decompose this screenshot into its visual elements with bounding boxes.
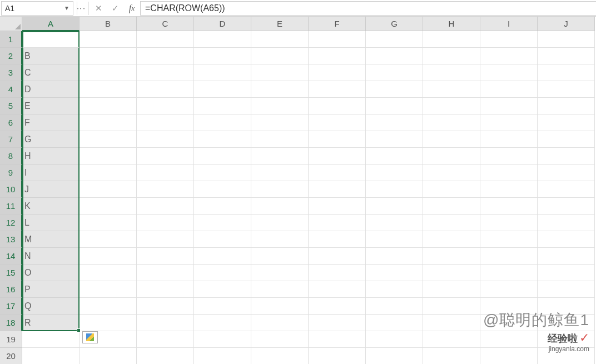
cell-i10[interactable] [480, 181, 538, 198]
row-header-14[interactable]: 14 [0, 248, 22, 265]
cell-h2[interactable] [423, 48, 480, 64]
cell-e16[interactable] [251, 281, 309, 298]
cell-b3[interactable] [80, 64, 137, 81]
cell-f11[interactable] [309, 198, 366, 215]
cell-f19[interactable] [309, 331, 366, 348]
cell-f10[interactable] [309, 181, 366, 198]
cell-c20[interactable] [137, 348, 194, 364]
cell-j2[interactable] [538, 48, 595, 64]
cell-c14[interactable] [137, 248, 194, 265]
cell-f8[interactable] [309, 148, 366, 164]
cell-b1[interactable] [80, 31, 137, 48]
cell-e12[interactable] [251, 215, 309, 231]
cell-f17[interactable] [309, 298, 366, 315]
cell-g19[interactable] [366, 331, 423, 348]
cell-a4[interactable]: D [22, 81, 80, 98]
cell-c16[interactable] [137, 281, 194, 298]
cell-c18[interactable] [137, 315, 194, 331]
cell-i5[interactable] [480, 98, 538, 114]
cell-e7[interactable] [251, 131, 309, 148]
name-box[interactable]: A1 ▼ [1, 1, 73, 16]
cell-b20[interactable] [80, 348, 137, 364]
row-header-13[interactable]: 13 [0, 231, 22, 248]
cell-j4[interactable] [538, 81, 595, 98]
cell-f12[interactable] [309, 215, 366, 231]
cell-g2[interactable] [366, 48, 423, 64]
cell-d2[interactable] [194, 48, 251, 64]
cell-b9[interactable] [80, 164, 137, 181]
cell-i16[interactable] [480, 281, 538, 298]
cell-b4[interactable] [80, 81, 137, 98]
cell-d7[interactable] [194, 131, 251, 148]
cell-c12[interactable] [137, 215, 194, 231]
cell-e8[interactable] [251, 148, 309, 164]
cell-i17[interactable] [480, 298, 538, 315]
cell-d17[interactable] [194, 298, 251, 315]
cell-g3[interactable] [366, 64, 423, 81]
cell-f2[interactable] [309, 48, 366, 64]
cell-e1[interactable] [251, 31, 309, 48]
cell-b11[interactable] [80, 198, 137, 215]
autofill-options-button[interactable] [82, 331, 98, 343]
cell-e9[interactable] [251, 164, 309, 181]
cell-g14[interactable] [366, 248, 423, 265]
cell-e6[interactable] [251, 114, 309, 131]
cell-a18[interactable]: R [22, 315, 80, 331]
cell-a3[interactable]: C [22, 64, 80, 81]
cell-g4[interactable] [366, 81, 423, 98]
cell-a5[interactable]: E [22, 98, 80, 114]
cell-j13[interactable] [538, 231, 595, 248]
cell-h11[interactable] [423, 198, 480, 215]
cell-g12[interactable] [366, 215, 423, 231]
cell-h18[interactable] [423, 315, 480, 331]
cell-g16[interactable] [366, 281, 423, 298]
cell-b8[interactable] [80, 148, 137, 164]
cell-f9[interactable] [309, 164, 366, 181]
cell-b13[interactable] [80, 231, 137, 248]
cell-d16[interactable] [194, 281, 251, 298]
cell-c4[interactable] [137, 81, 194, 98]
cell-c6[interactable] [137, 114, 194, 131]
cell-b12[interactable] [80, 215, 137, 231]
column-header-i[interactable]: I [480, 17, 538, 31]
cell-i7[interactable] [480, 131, 538, 148]
row-header-15[interactable]: 15 [0, 265, 22, 281]
cell-e20[interactable] [251, 348, 309, 364]
row-header-3[interactable]: 3 [0, 64, 22, 81]
cell-g15[interactable] [366, 265, 423, 281]
cell-f5[interactable] [309, 98, 366, 114]
cell-f6[interactable] [309, 114, 366, 131]
cell-e18[interactable] [251, 315, 309, 331]
cell-j19[interactable] [538, 331, 595, 348]
cell-c3[interactable] [137, 64, 194, 81]
cell-f16[interactable] [309, 281, 366, 298]
cell-b14[interactable] [80, 248, 137, 265]
cell-f20[interactable] [309, 348, 366, 364]
cell-d6[interactable] [194, 114, 251, 131]
cell-g20[interactable] [366, 348, 423, 364]
cell-d4[interactable] [194, 81, 251, 98]
column-header-g[interactable]: G [366, 17, 423, 31]
cell-c11[interactable] [137, 198, 194, 215]
row-header-5[interactable]: 5 [0, 98, 22, 114]
cell-g17[interactable] [366, 298, 423, 315]
cell-c15[interactable] [137, 265, 194, 281]
cell-h14[interactable] [423, 248, 480, 265]
formula-input[interactable]: =CHAR(ROW(A65)) [140, 1, 596, 16]
column-header-h[interactable]: H [423, 17, 480, 31]
cell-g13[interactable] [366, 231, 423, 248]
cell-b10[interactable] [80, 181, 137, 198]
cell-d11[interactable] [194, 198, 251, 215]
cell-a6[interactable]: F [22, 114, 80, 131]
cell-i14[interactable] [480, 248, 538, 265]
cell-i3[interactable] [480, 64, 538, 81]
select-all-corner[interactable] [0, 17, 22, 31]
cell-j20[interactable] [538, 348, 595, 364]
cell-j7[interactable] [538, 131, 595, 148]
cell-d5[interactable] [194, 98, 251, 114]
cell-g8[interactable] [366, 148, 423, 164]
cell-f15[interactable] [309, 265, 366, 281]
cell-f7[interactable] [309, 131, 366, 148]
cell-j1[interactable] [538, 31, 595, 48]
row-header-19[interactable]: 19 [0, 331, 22, 348]
